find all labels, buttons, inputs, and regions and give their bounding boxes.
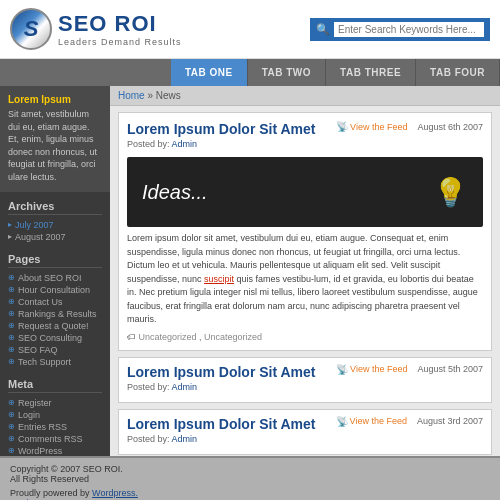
post-3-meta: Posted by: Admin — [127, 434, 316, 444]
post-1: Lorem Ipsum Dolor Sit Amet Posted by: Ad… — [118, 112, 492, 351]
sidebar-highlight-title: Lorem Ipsum — [8, 94, 102, 105]
tab-two[interactable]: TaB TWo — [248, 59, 326, 86]
page-rankings-results[interactable]: Rankings & Results — [8, 308, 102, 320]
post-3-meta-row: Lorem Ipsum Dolor Sit Amet Posted by: Ad… — [127, 416, 483, 448]
meta-comments-rss[interactable]: Comments RSS — [8, 433, 102, 445]
post-3-title-area: Lorem Ipsum Dolor Sit Amet Posted by: Ad… — [127, 416, 316, 448]
logo-tagline: Leaders Demand Results — [58, 37, 182, 47]
nav-tabs: TAB ONE TaB TWo Tab Three TAB FouR — [0, 59, 500, 86]
post-3-feed-link[interactable]: 📡 View the Feed — [336, 416, 407, 427]
post-2-title-area: Lorem Ipsum Dolor Sit Amet Posted by: Ad… — [127, 364, 316, 396]
sidebar: Lorem Ipsum Sit amet, vestibulum dui eu,… — [0, 86, 110, 456]
sidebar-highlight-box: Lorem Ipsum Sit amet, vestibulum dui eu,… — [0, 86, 110, 192]
copyright-text: Copyright © 2007 SEO ROI. — [10, 464, 123, 474]
post-1-date: August 6th 2007 — [417, 122, 483, 132]
tag-uncategorized-2[interactable]: Uncategorized — [204, 332, 262, 342]
search-input[interactable] — [334, 22, 484, 37]
breadcrumb: Home » News — [110, 86, 500, 106]
logo-area: S SEO ROI Leaders Demand Results — [10, 8, 182, 50]
powered-label: Proudly powered by — [10, 488, 90, 498]
breadcrumb-home[interactable]: Home — [118, 90, 145, 101]
post-1-meta-right: 📡 View the Feed August 6th 2007 — [336, 121, 483, 132]
footer: Copyright © 2007 SEO ROI. All Rights Res… — [0, 456, 500, 500]
logo-s-letter: S — [24, 16, 39, 42]
sidebar-highlight-text: Sit amet, vestibulum dui eu, etiam augue… — [8, 108, 102, 184]
rss-icon: 📡 — [336, 121, 348, 132]
post-2-date: August 5th 2007 — [417, 364, 483, 374]
meta-section: Meta Register Login Entries RSS Comments… — [0, 374, 110, 461]
post-2-posted-by: Posted by: Admin — [127, 382, 197, 392]
rss-icon-2: 📡 — [336, 364, 348, 375]
page-seo-consulting[interactable]: SEO Consulting — [8, 332, 102, 344]
meta-register[interactable]: Register — [8, 397, 102, 409]
post-2-feed-label: View the Feed — [350, 364, 407, 374]
archives-section: Archives July 2007 August 2007 — [0, 196, 110, 247]
tab-one[interactable]: TAB ONE — [171, 59, 248, 86]
post-2: Lorem Ipsum Dolor Sit Amet Posted by: Ad… — [118, 357, 492, 403]
post-3-title[interactable]: Lorem Ipsum Dolor Sit Amet — [127, 416, 316, 432]
page-contact-us[interactable]: Contact Us — [8, 296, 102, 308]
main-layout: Lorem Ipsum Sit amet, vestibulum dui eu,… — [0, 86, 500, 456]
content-area: Home » News Lorem Ipsum Dolor Sit Amet P… — [110, 86, 500, 456]
post-1-title[interactable]: Lorem Ipsum Dolor Sit Amet — [127, 121, 316, 137]
meta-login[interactable]: Login — [8, 409, 102, 421]
tag-icon: 🏷 — [127, 332, 136, 342]
post-2-feed-link[interactable]: 📡 View the Feed — [336, 364, 407, 375]
post-1-body: Lorem ipsum dolor sit amet, vestibulum d… — [127, 232, 483, 327]
rss-icon-3: 📡 — [336, 416, 348, 427]
ideas-banner: Ideas... 💡 — [127, 157, 483, 227]
logo-name: SEO ROI — [58, 11, 182, 37]
archive-august-2007[interactable]: August 2007 — [8, 231, 102, 243]
post-2-author[interactable]: Admin — [172, 382, 198, 392]
page-request-quote[interactable]: Request a Quote! — [8, 320, 102, 332]
post-1-feed-label: View the Feed — [350, 122, 407, 132]
post-1-body-link[interactable]: suscipit — [204, 274, 234, 284]
post-3: Lorem Ipsum Dolor Sit Amet Posted by: Ad… — [118, 409, 492, 455]
pages-section: Pages About SEO ROI Hour Consultation Co… — [0, 249, 110, 372]
lightbulb-icon: 💡 — [433, 176, 468, 209]
post-1-posted-by: Posted by: Admin — [127, 139, 197, 149]
tag-uncategorized-1[interactable]: Uncategorized — [139, 332, 197, 342]
post-2-meta-row: Lorem Ipsum Dolor Sit Amet Posted by: Ad… — [127, 364, 483, 396]
rights-text: All Rights Reserved — [10, 474, 89, 484]
header: S SEO ROI Leaders Demand Results 🔍 — [0, 0, 500, 59]
meta-wordpress[interactable]: WordPress — [8, 445, 102, 457]
post-2-meta: Posted by: Admin — [127, 382, 316, 392]
page-hour-consultation[interactable]: Hour Consultation — [8, 284, 102, 296]
breadcrumb-separator: » — [147, 90, 155, 101]
ideas-text: Ideas... — [142, 181, 208, 204]
tab-four[interactable]: TAB FouR — [416, 59, 500, 86]
archives-title: Archives — [8, 200, 102, 215]
post-3-author[interactable]: Admin — [172, 434, 198, 444]
post-1-author[interactable]: Admin — [172, 139, 198, 149]
logo-icon: S — [10, 8, 52, 50]
post-3-posted-by: Posted by: Admin — [127, 434, 197, 444]
pages-title: Pages — [8, 253, 102, 268]
post-1-title-area: Lorem Ipsum Dolor Sit Amet Posted by: Ad… — [127, 121, 316, 153]
post-1-feed-link[interactable]: 📡 View the Feed — [336, 121, 407, 132]
page-about-seo-roi[interactable]: About SEO ROI — [8, 272, 102, 284]
archive-july-2007[interactable]: July 2007 — [8, 219, 102, 231]
breadcrumb-current: News — [156, 90, 181, 101]
meta-title: Meta — [8, 378, 102, 393]
post-3-meta-right: 📡 View the Feed August 3rd 2007 — [336, 416, 483, 427]
search-area[interactable]: 🔍 — [310, 18, 490, 41]
post-3-date: August 3rd 2007 — [417, 416, 483, 426]
post-3-feed-label: View the Feed — [350, 416, 407, 426]
post-1-tags: 🏷 Uncategorized , Uncategorized — [127, 332, 483, 342]
wordpress-link[interactable]: Wordpress. — [92, 488, 138, 498]
footer-links: Proudly powered by Wordpress. Entries RS… — [10, 488, 490, 500]
footer-copyright: Copyright © 2007 SEO ROI. All Rights Res… — [10, 464, 490, 484]
meta-entries-rss[interactable]: Entries RSS — [8, 421, 102, 433]
logo-text-area: SEO ROI Leaders Demand Results — [58, 11, 182, 47]
search-icon: 🔍 — [316, 23, 330, 36]
post-2-title[interactable]: Lorem Ipsum Dolor Sit Amet — [127, 364, 316, 380]
page-tech-support[interactable]: Tech Support — [8, 356, 102, 368]
page-seo-faq[interactable]: SEO FAQ — [8, 344, 102, 356]
post-1-meta: Posted by: Admin — [127, 139, 316, 149]
post-2-meta-right: 📡 View the Feed August 5th 2007 — [336, 364, 483, 375]
post-1-meta-row: Lorem Ipsum Dolor Sit Amet Posted by: Ad… — [127, 121, 483, 153]
tab-three[interactable]: Tab Three — [326, 59, 416, 86]
